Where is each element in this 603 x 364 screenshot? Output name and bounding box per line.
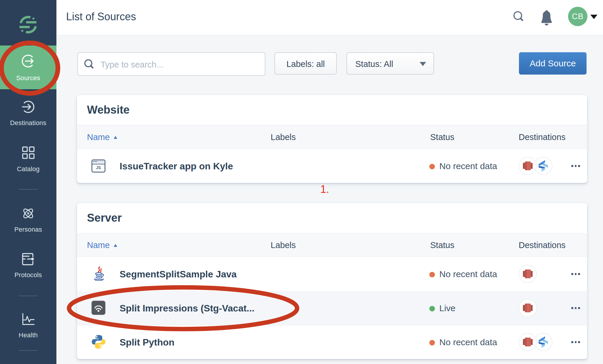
svg-text:JS: JS xyxy=(96,165,101,170)
svg-text:1.: 1. xyxy=(320,183,329,195)
